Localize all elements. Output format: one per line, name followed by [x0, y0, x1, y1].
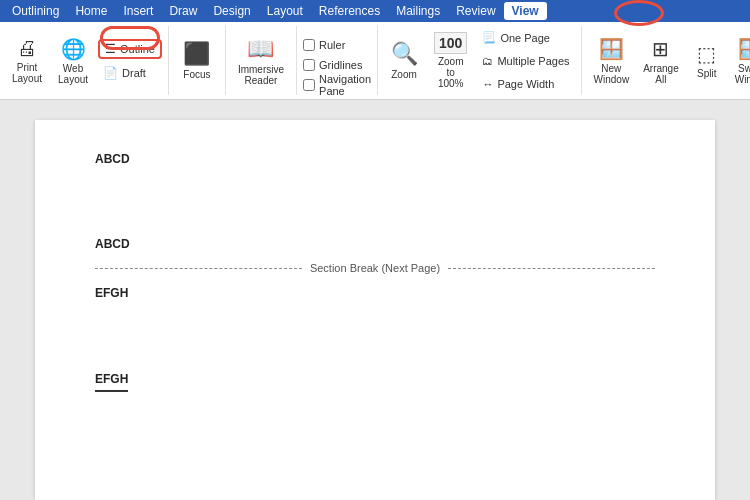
zoom100-label: Zoomto 100%: [434, 56, 467, 89]
nav-pane-checkbox[interactable]: Navigation Pane: [303, 76, 371, 94]
new-window-icon: 🪟: [599, 37, 624, 61]
menu-review[interactable]: Review: [448, 2, 503, 20]
views-group: 🖨 PrintLayout 🌐 WebLayout ☰ Outline 📄 Dr…: [0, 26, 169, 95]
nav-pane-check[interactable]: [303, 79, 315, 91]
window-group: 🪟 NewWindow ⊞ ArrangeAll ⬚ Split 🪟 Swi..…: [582, 26, 750, 95]
focus-group: ⬛ Focus: [169, 26, 226, 95]
print-layout-icon: 🖨: [17, 37, 37, 60]
multiple-pages-label: Multiple Pages: [497, 55, 569, 67]
multiple-pages-button[interactable]: 🗂 Multiple Pages: [477, 51, 574, 71]
switch-windows-button[interactable]: 🪟 Swi...Wind...: [729, 32, 750, 90]
ruler-checkbox[interactable]: Ruler: [303, 36, 345, 54]
print-layout-label: PrintLayout: [12, 62, 42, 84]
ruler-label: Ruler: [319, 39, 345, 51]
zoom-icon: 🔍: [391, 41, 418, 67]
section-break: Section Break (Next Page): [95, 262, 655, 274]
section-break-line-right: [448, 268, 655, 269]
focus-label: Focus: [183, 69, 210, 80]
focus-button[interactable]: ⬛ Focus: [175, 32, 219, 90]
page-width-button[interactable]: ↔ Page Width: [477, 74, 574, 94]
text-efgh-1: EFGH: [95, 284, 655, 303]
web-layout-icon: 🌐: [61, 37, 86, 61]
focus-icon: ⬛: [183, 41, 210, 67]
text-abcd-2: ABCD: [95, 235, 655, 254]
split-button[interactable]: ⬚ Split: [687, 32, 727, 90]
menu-outlining[interactable]: Outlining: [4, 2, 67, 20]
page: ABCD ABCD Section Break (Next Page) EFGH…: [35, 120, 715, 500]
menu-bar: Outlining Home Insert Draw Design Layout…: [0, 0, 750, 22]
efgh-underline-text: EFGH: [95, 370, 128, 392]
draft-button[interactable]: 📄 Draft: [98, 63, 162, 83]
gridlines-label: Gridlines: [319, 59, 362, 71]
split-label: Split: [697, 68, 716, 79]
draft-label: Draft: [122, 67, 146, 79]
arrange-all-button[interactable]: ⊞ ArrangeAll: [637, 32, 685, 90]
section-break-line-left: [95, 268, 302, 269]
zoom-group: 🔍 Zoom 100 Zoomto 100% 📃 One Page 🗂 Mult…: [378, 26, 582, 95]
document-area: ABCD ABCD Section Break (Next Page) EFGH…: [0, 100, 750, 500]
text-abcd-1: ABCD: [95, 150, 655, 169]
menu-layout[interactable]: Layout: [259, 2, 311, 20]
print-layout-button[interactable]: 🖨 PrintLayout: [6, 32, 48, 90]
arrange-all-label: ArrangeAll: [643, 63, 679, 85]
one-page-button[interactable]: 📃 One Page: [477, 28, 574, 48]
text-efgh-2: EFGH: [95, 370, 655, 392]
switch-icon: 🪟: [738, 37, 750, 61]
web-layout-label: WebLayout: [58, 63, 88, 85]
show-group: Ruler Gridlines Navigation Pane: [297, 26, 378, 95]
outline-button[interactable]: ☰ Outline: [98, 39, 162, 59]
menu-design[interactable]: Design: [205, 2, 258, 20]
new-window-label: NewWindow: [594, 63, 630, 85]
web-layout-button[interactable]: 🌐 WebLayout: [52, 32, 94, 90]
ribbon: 🖨 PrintLayout 🌐 WebLayout ☰ Outline 📄 Dr…: [0, 22, 750, 100]
outline-label: Outline: [120, 43, 155, 55]
zoom100-button[interactable]: 100 Zoomto 100%: [428, 32, 473, 90]
multiple-pages-icon: 🗂: [482, 55, 493, 67]
zoom100-icon: 100: [434, 32, 467, 54]
page-width-label: Page Width: [497, 78, 554, 90]
ruler-check[interactable]: [303, 39, 315, 51]
zoom-button[interactable]: 🔍 Zoom: [384, 32, 424, 90]
switch-label: Swi...Wind...: [735, 63, 750, 85]
immersive-reader-button[interactable]: 📖 ImmersiveReader: [232, 32, 290, 90]
menu-insert[interactable]: Insert: [115, 2, 161, 20]
menu-draw[interactable]: Draw: [161, 2, 205, 20]
menu-view[interactable]: View: [504, 2, 547, 20]
zoom-label: Zoom: [391, 69, 417, 80]
gridlines-checkbox[interactable]: Gridlines: [303, 56, 362, 74]
gridlines-check[interactable]: [303, 59, 315, 71]
one-page-label: One Page: [500, 32, 550, 44]
menu-mailings[interactable]: Mailings: [388, 2, 448, 20]
immersive-group: 📖 ImmersiveReader: [226, 26, 297, 95]
nav-pane-label: Navigation Pane: [319, 73, 371, 97]
split-icon: ⬚: [697, 42, 716, 66]
menu-home[interactable]: Home: [67, 2, 115, 20]
outline-icon: ☰: [105, 42, 116, 56]
new-window-button[interactable]: 🪟 NewWindow: [588, 32, 636, 90]
immersive-reader-icon: 📖: [247, 36, 274, 62]
page-width-icon: ↔: [482, 78, 493, 90]
menu-references[interactable]: References: [311, 2, 388, 20]
immersive-reader-label: ImmersiveReader: [238, 64, 284, 86]
one-page-icon: 📃: [482, 31, 496, 44]
arrange-all-icon: ⊞: [652, 37, 669, 61]
draft-icon: 📄: [103, 66, 118, 80]
section-break-text: Section Break (Next Page): [302, 262, 448, 274]
